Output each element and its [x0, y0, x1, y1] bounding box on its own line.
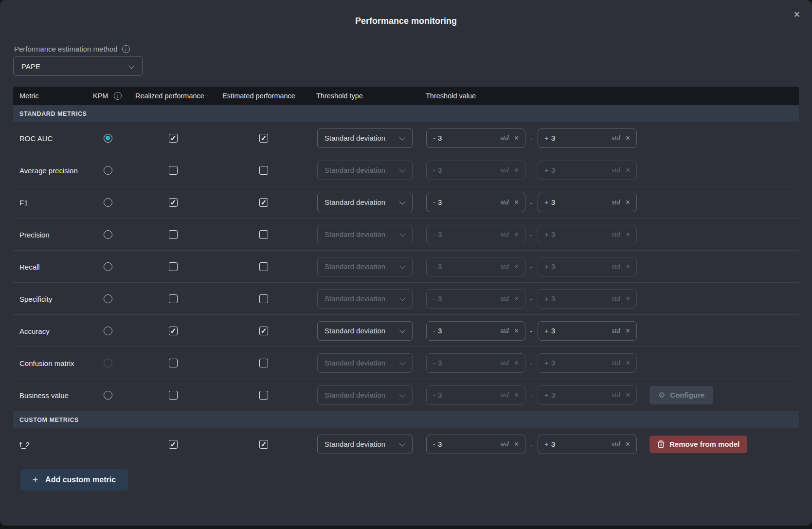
clear-icon[interactable]: × — [626, 166, 630, 175]
clear-icon[interactable]: × — [626, 262, 630, 271]
threshold-upper-input[interactable]: + 3 std × — [538, 257, 637, 276]
estimated-checkbox[interactable] — [259, 359, 268, 367]
threshold-lower-input[interactable]: - 3 std × — [426, 225, 525, 244]
upper-value: 3 — [551, 327, 555, 335]
estimated-checkbox[interactable] — [259, 294, 268, 303]
table-row: f_2 Standard deviation - 3 std × - + 3 s… — [13, 428, 799, 460]
clear-icon[interactable]: × — [626, 440, 630, 449]
estimated-checkbox[interactable] — [259, 134, 268, 143]
clear-icon[interactable]: × — [514, 166, 519, 175]
clear-icon[interactable]: × — [626, 134, 630, 143]
threshold-lower-input[interactable]: - 3 std × — [426, 161, 525, 180]
clear-icon[interactable]: × — [514, 327, 519, 335]
threshold-type-select[interactable]: Standard deviation — [317, 289, 413, 309]
clear-icon[interactable]: × — [626, 391, 630, 400]
configure-button[interactable]: ⚙ Configure — [650, 386, 713, 404]
chevron-down-icon — [399, 440, 406, 447]
threshold-lower-input[interactable]: - 3 std × — [426, 321, 525, 341]
kpm-radio[interactable] — [104, 294, 112, 303]
threshold-type-select[interactable]: Standard deviation — [317, 321, 413, 341]
threshold-type-select[interactable]: Standard deviation — [317, 193, 413, 212]
threshold-upper-input[interactable]: + 3 std × — [538, 161, 637, 180]
threshold-upper-input[interactable]: + 3 std × — [538, 385, 637, 405]
kpm-radio[interactable] — [104, 391, 112, 400]
clear-icon[interactable]: × — [626, 230, 630, 239]
threshold-lower-input[interactable]: - 3 std × — [426, 128, 525, 148]
chevron-down-icon — [128, 62, 135, 69]
threshold-upper-input[interactable]: + 3 std × — [538, 289, 637, 309]
threshold-lower-input[interactable]: - 3 std × — [426, 257, 525, 276]
realized-checkbox[interactable] — [169, 262, 178, 271]
kpm-radio[interactable] — [104, 262, 112, 271]
threshold-type-select[interactable]: Standard deviation — [317, 353, 413, 373]
estimated-checkbox[interactable] — [259, 198, 268, 207]
lower-prefix: - — [433, 294, 435, 303]
threshold-type-select[interactable]: Standard deviation — [317, 435, 413, 454]
realized-checkbox[interactable] — [169, 327, 178, 335]
std-unit-label: std — [500, 134, 509, 142]
clear-icon[interactable]: × — [626, 294, 630, 303]
threshold-type-select[interactable]: Standard deviation — [317, 161, 413, 180]
kpm-radio[interactable] — [104, 230, 112, 239]
clear-icon[interactable]: × — [514, 359, 519, 367]
estimated-checkbox[interactable] — [259, 166, 268, 175]
threshold-upper-input[interactable]: + 3 std × — [538, 435, 637, 454]
clear-icon[interactable]: × — [514, 391, 519, 400]
info-icon[interactable]: i — [122, 45, 130, 53]
threshold-upper-input[interactable]: + 3 std × — [538, 225, 637, 244]
close-icon[interactable]: × — [791, 8, 803, 21]
clear-icon[interactable]: × — [514, 198, 519, 207]
threshold-type-select[interactable]: Standard deviation — [317, 128, 413, 148]
clear-icon[interactable]: × — [514, 440, 519, 449]
clear-icon[interactable]: × — [626, 198, 630, 207]
threshold-upper-input[interactable]: + 3 std × — [538, 321, 637, 341]
threshold-type-select[interactable]: Standard deviation — [317, 225, 413, 244]
kpm-radio[interactable] — [104, 359, 112, 367]
realized-checkbox[interactable] — [169, 198, 178, 207]
realized-checkbox[interactable] — [169, 134, 178, 143]
realized-checkbox[interactable] — [169, 294, 178, 303]
estimated-checkbox[interactable] — [259, 391, 268, 400]
estimated-checkbox[interactable] — [259, 262, 268, 271]
realized-checkbox[interactable] — [169, 230, 178, 239]
threshold-upper-input[interactable]: + 3 std × — [538, 193, 637, 212]
threshold-type-select[interactable]: Standard deviation — [317, 257, 413, 276]
clear-icon[interactable]: × — [626, 359, 630, 367]
threshold-lower-input[interactable]: - 3 std × — [426, 385, 525, 405]
threshold-lower-input[interactable]: - 3 std × — [426, 435, 525, 454]
estimated-checkbox[interactable] — [259, 230, 268, 239]
threshold-lower-input[interactable]: - 3 std × — [426, 289, 525, 309]
lower-value: 3 — [438, 294, 442, 303]
metric-name: Confusion matrix — [19, 359, 74, 367]
std-unit-label: std — [500, 327, 509, 335]
threshold-lower-input[interactable]: - 3 std × — [426, 353, 525, 373]
upper-value: 3 — [551, 294, 555, 303]
header-threshold-type: Threshold type — [316, 92, 363, 100]
realized-checkbox[interactable] — [169, 166, 178, 175]
realized-checkbox[interactable] — [169, 359, 178, 367]
table-row: ROC AUC Standard deviation - 3 std × - +… — [13, 122, 799, 154]
kpm-radio[interactable] — [104, 166, 112, 175]
clear-icon[interactable]: × — [514, 294, 519, 303]
kpm-info-icon[interactable]: i — [114, 92, 122, 100]
estimation-method-select[interactable]: PAPE — [13, 56, 143, 76]
clear-icon[interactable]: × — [626, 327, 630, 335]
remove-from-model-button[interactable]: Remove from model — [650, 436, 747, 453]
clear-icon[interactable]: × — [514, 230, 519, 239]
threshold-upper-input[interactable]: + 3 std × — [538, 128, 637, 148]
estimated-checkbox[interactable] — [259, 440, 268, 449]
threshold-upper-input[interactable]: + 3 std × — [538, 353, 637, 373]
clear-icon[interactable]: × — [514, 134, 519, 143]
threshold-lower-input[interactable]: - 3 std × — [426, 193, 525, 212]
realized-checkbox[interactable] — [169, 391, 178, 400]
std-unit-label: std — [500, 262, 509, 271]
clear-icon[interactable]: × — [514, 262, 519, 271]
kpm-radio[interactable] — [104, 198, 112, 207]
kpm-radio[interactable] — [104, 134, 112, 143]
realized-checkbox[interactable] — [169, 440, 178, 449]
lower-value: 3 — [438, 262, 442, 271]
kpm-radio[interactable] — [104, 327, 112, 335]
estimated-checkbox[interactable] — [259, 327, 268, 335]
add-custom-metric-button[interactable]: + Add custom metric — [20, 469, 128, 491]
threshold-type-select[interactable]: Standard deviation — [317, 385, 413, 405]
